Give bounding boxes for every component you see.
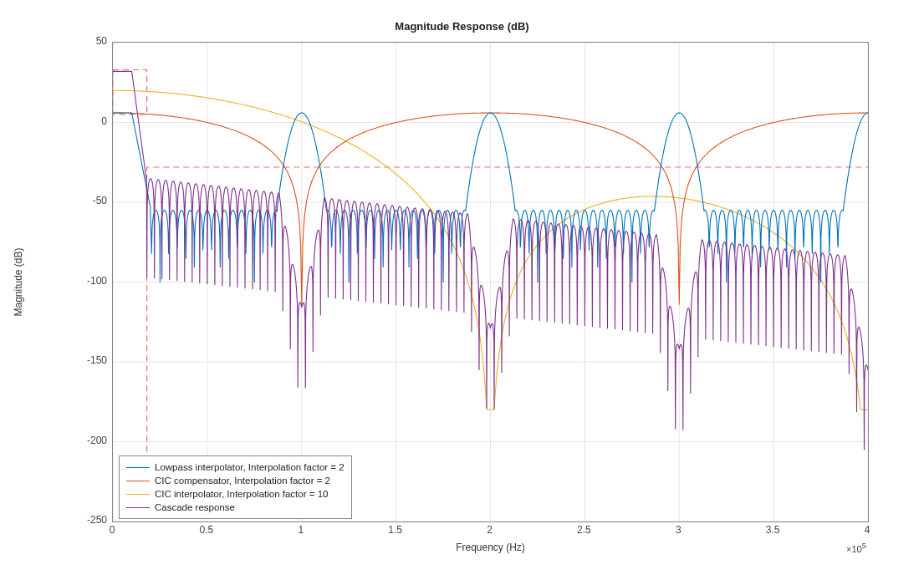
legend-label: Cascade response [155, 501, 235, 514]
legend-item: CIC compensator, Interpolation factor = … [126, 474, 345, 487]
y-tick: 0 [70, 115, 107, 127]
y-tick: -100 [70, 275, 107, 287]
plot-axes [112, 42, 869, 522]
x-tick: 3.5 [760, 524, 785, 536]
y-tick: -50 [70, 195, 107, 206]
x-tick: 2.5 [571, 524, 596, 536]
y-tick: -250 [70, 514, 107, 526]
legend-swatch [126, 481, 150, 481]
y-axis-label: Magnitude (dB) [13, 42, 26, 522]
x-tick: 2 [477, 524, 503, 536]
x-axis-label: Frequency (Hz) [112, 542, 869, 553]
legend-swatch [126, 467, 150, 468]
chart-title: Magnitude Response (dB) [0, 20, 924, 33]
legend-item: CIC interpolator, Interpolation factor =… [126, 487, 345, 501]
legend-swatch [126, 494, 150, 495]
x-tick: 0 [100, 524, 125, 536]
x-tick: 1 [288, 524, 314, 536]
x-tick: 0.5 [194, 524, 219, 536]
plot-canvas [113, 43, 868, 521]
y-tick: -200 [70, 435, 107, 446]
legend-label: CIC compensator, Interpolation factor = … [155, 474, 330, 487]
grid-lines [113, 43, 868, 521]
y-tick: 50 [70, 35, 107, 47]
legend-item: Cascade response [126, 501, 345, 514]
x-tick: 1.5 [383, 524, 408, 536]
x-tick: 3 [666, 524, 691, 536]
x-axis-exponent: ×105 [846, 542, 866, 554]
legend: Lowpass interpolator, Interpolation fact… [119, 455, 352, 519]
x-tick: 4 [855, 524, 880, 536]
y-tick: -150 [70, 354, 107, 366]
legend-label: Lowpass interpolator, Interpolation fact… [155, 460, 345, 474]
legend-swatch [126, 507, 150, 508]
legend-item: Lowpass interpolator, Interpolation fact… [126, 460, 345, 474]
legend-label: CIC interpolator, Interpolation factor =… [155, 487, 328, 501]
figure: Magnitude Response (dB) 00.511.522.533.5… [0, 0, 924, 580]
